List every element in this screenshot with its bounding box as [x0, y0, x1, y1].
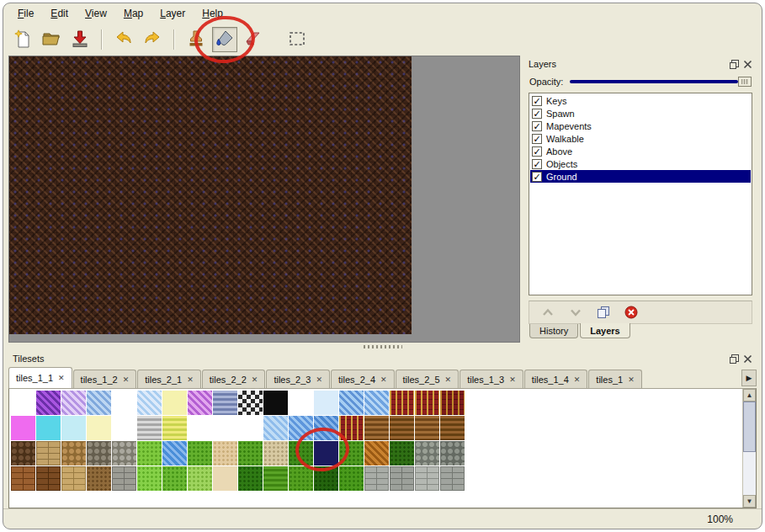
- scrollbar-thumb[interactable]: [743, 402, 756, 452]
- tab-close-icon[interactable]: ✕: [316, 375, 322, 384]
- tileset-tab[interactable]: tiles_1✕: [588, 370, 641, 388]
- layer-visibility-checkbox[interactable]: ✓: [532, 146, 542, 157]
- tab-history[interactable]: History: [529, 324, 578, 338]
- tileset-tile[interactable]: [11, 441, 35, 466]
- tileset-tile[interactable]: [61, 416, 86, 440]
- tileset-tile[interactable]: [390, 466, 414, 491]
- delete-layer-button[interactable]: [623, 304, 640, 321]
- tileset-tile[interactable]: [314, 416, 338, 440]
- redo-button[interactable]: [140, 27, 165, 52]
- tileset-tile[interactable]: [339, 416, 364, 440]
- tileset-tile[interactable]: [36, 391, 61, 415]
- tileset-tile[interactable]: [11, 466, 35, 491]
- tileset-tile[interactable]: [289, 441, 313, 466]
- stamp-tool-button[interactable]: [183, 27, 209, 52]
- save-map-button[interactable]: [67, 27, 93, 52]
- menu-layer[interactable]: Layer: [152, 5, 193, 22]
- menu-edit[interactable]: Edit: [43, 5, 76, 22]
- float-panel-icon[interactable]: [730, 60, 739, 69]
- tileset-tile[interactable]: [390, 391, 414, 415]
- tileset-tile[interactable]: [238, 466, 263, 491]
- lower-layer-button[interactable]: [567, 304, 584, 321]
- tab-close-icon[interactable]: ✕: [252, 375, 258, 384]
- tileset-tab[interactable]: tiles_1_3✕: [460, 370, 523, 388]
- tileset-tab[interactable]: tiles_1_2✕: [73, 370, 137, 388]
- layer-row[interactable]: ✓Above: [530, 145, 751, 157]
- tileset-tab[interactable]: tiles_1_4✕: [524, 370, 588, 388]
- tileset-tile[interactable]: [415, 466, 439, 491]
- tileset-tile[interactable]: [87, 441, 111, 466]
- layer-visibility-checkbox[interactable]: ✓: [532, 109, 542, 119]
- tileset-tile[interactable]: [440, 391, 465, 415]
- tileset-tile[interactable]: [364, 391, 389, 415]
- layer-row[interactable]: ✓Keys: [530, 94, 751, 107]
- raise-layer-button[interactable]: [539, 304, 556, 321]
- tileset-tile[interactable]: [87, 416, 111, 440]
- layer-row[interactable]: ✓Spawn: [530, 107, 751, 120]
- tileset-tile[interactable]: [213, 416, 237, 440]
- tileset-tile[interactable]: [314, 466, 338, 491]
- tileset-tile[interactable]: [263, 416, 288, 440]
- tileset-tile[interactable]: [263, 466, 288, 491]
- scroll-up-icon[interactable]: ▲: [743, 389, 756, 402]
- menu-help[interactable]: Help: [194, 5, 231, 22]
- tileset-tile[interactable]: [112, 441, 136, 466]
- tileset-tile[interactable]: [238, 416, 263, 440]
- map-canvas[interactable]: [9, 56, 412, 334]
- tab-close-icon[interactable]: ✕: [509, 375, 516, 384]
- tileset-tile[interactable]: [390, 416, 414, 440]
- tileset-tile[interactable]: [213, 441, 237, 466]
- tileset-tile[interactable]: [137, 391, 162, 415]
- tileset-tile[interactable]: [162, 466, 187, 491]
- tab-close-icon[interactable]: ✕: [58, 374, 65, 382]
- tab-layers[interactable]: Layers: [580, 323, 630, 338]
- tileset-tile[interactable]: [440, 466, 465, 491]
- layer-visibility-checkbox[interactable]: ✓: [532, 172, 542, 182]
- tileset-scrollbar[interactable]: ▲ ▼: [742, 389, 756, 508]
- tileset-tile[interactable]: [162, 416, 187, 440]
- layer-visibility-checkbox[interactable]: ✓: [532, 96, 542, 106]
- tileset-tile[interactable]: [364, 441, 389, 466]
- tileset-tab[interactable]: tiles_2_4✕: [331, 370, 395, 388]
- tileset-tile[interactable]: [162, 441, 187, 466]
- tileset-tab[interactable]: tiles_1_1✕: [8, 367, 72, 388]
- tileset-tile[interactable]: [112, 391, 136, 415]
- tileset-tile[interactable]: [415, 391, 439, 415]
- menu-view[interactable]: View: [77, 5, 114, 22]
- open-map-button[interactable]: [39, 27, 64, 52]
- tileset-tile[interactable]: [289, 416, 313, 440]
- tileset-tile[interactable]: [36, 466, 61, 491]
- tileset-tile[interactable]: [162, 391, 187, 415]
- tileset-tile[interactable]: [61, 466, 86, 491]
- layer-row[interactable]: ✓Ground: [530, 170, 751, 183]
- tileset-tile[interactable]: [36, 441, 61, 466]
- tileset-tile[interactable]: [314, 441, 338, 466]
- menu-file[interactable]: File: [10, 5, 41, 22]
- tab-close-icon[interactable]: ✕: [123, 375, 130, 384]
- close-panel-icon[interactable]: [743, 354, 752, 364]
- tileset-tile[interactable]: [415, 441, 439, 466]
- tileset-tile[interactable]: [11, 391, 35, 415]
- map-viewport[interactable]: [8, 56, 520, 343]
- tileset-tab[interactable]: tiles_2_5✕: [396, 370, 460, 388]
- duplicate-layer-button[interactable]: [595, 304, 612, 321]
- tileset-tab[interactable]: tiles_2_3✕: [266, 370, 330, 388]
- tileset-tile[interactable]: [188, 441, 212, 466]
- tileset-tile[interactable]: [61, 391, 86, 415]
- layer-visibility-checkbox[interactable]: ✓: [532, 134, 542, 144]
- tileset-tile[interactable]: [137, 466, 162, 491]
- tileset-tile[interactable]: [339, 441, 364, 466]
- tileset-tile[interactable]: [415, 416, 439, 440]
- tileset-tile[interactable]: [188, 416, 212, 440]
- tileset-tile[interactable]: [289, 391, 313, 415]
- tileset-tile[interactable]: [238, 441, 263, 466]
- select-tool-button[interactable]: [284, 27, 310, 52]
- tileset-tile[interactable]: [314, 391, 338, 415]
- eraser-tool-button[interactable]: [241, 27, 266, 52]
- tileset-tile[interactable]: [339, 466, 364, 491]
- tileset-tile[interactable]: [87, 466, 111, 491]
- tileset-tile[interactable]: [188, 391, 212, 415]
- close-panel-icon[interactable]: [743, 60, 752, 69]
- tileset-tab[interactable]: tiles_2_1✕: [137, 370, 201, 388]
- undo-button[interactable]: [111, 27, 136, 52]
